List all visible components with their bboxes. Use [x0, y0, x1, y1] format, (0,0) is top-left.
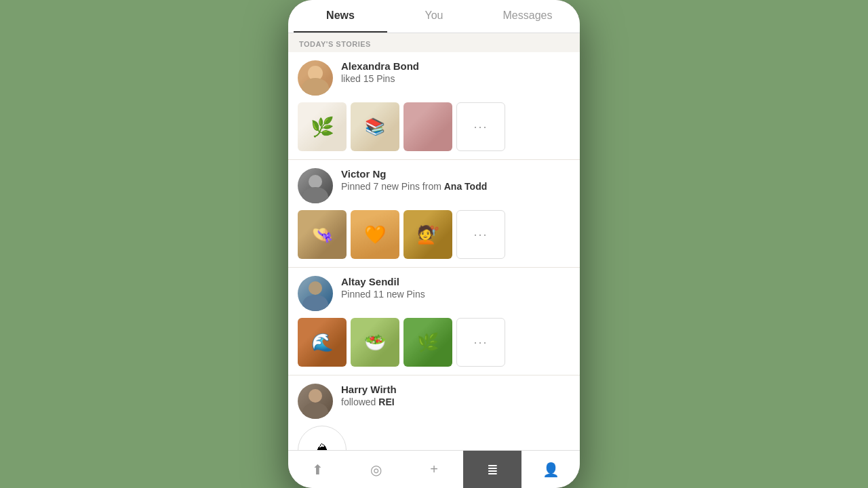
more-dots-victor: ···: [473, 228, 488, 242]
news-feed-icon: ≣: [487, 462, 498, 478]
nav-profile[interactable]: 👤: [521, 451, 580, 488]
pin-more-altay[interactable]: ···: [456, 318, 505, 367]
tab-bar: News You Messages: [288, 0, 580, 33]
bottom-nav: ⬆ ◎ + ≣ 👤: [288, 450, 580, 488]
pin-grid-victor: 👒 🧡 💇 ···: [298, 210, 570, 259]
nav-home[interactable]: ⬆: [288, 451, 347, 488]
pin-thumb-woman2[interactable]: 🧡: [351, 210, 399, 259]
tab-you-label: You: [425, 9, 443, 21]
section-header-text: TODAY'S STORIES: [299, 40, 371, 48]
story-name-altay: Altay Sendil: [341, 276, 570, 287]
story-action-text-harry: followed: [341, 396, 378, 407]
story-action-victor: Pinned 7 new Pins from Ana Todd: [341, 181, 570, 192]
story-action-altay: Pinned 11 new Pins: [341, 289, 570, 300]
rei-logo-circle[interactable]: ⛰ REI: [298, 426, 347, 450]
pin-thumb-wave[interactable]: 🌊: [298, 318, 347, 367]
story-item-altay: Altay Sendil Pinned 11 new Pins 🌊 🥗 🌿 ··…: [288, 268, 580, 375]
story-action-text-altay: Pinned 11 new Pins: [341, 289, 425, 300]
pin-thumb-hair[interactable]: 💇: [403, 210, 452, 259]
home-icon: ⬆: [312, 462, 323, 478]
story-header-altay: Altay Sendil Pinned 11 new Pins: [298, 276, 570, 311]
pin-thumb-garden[interactable]: 🌿: [403, 318, 452, 367]
story-item-victor: Victor Ng Pinned 7 new Pins from Ana Tod…: [288, 160, 580, 268]
story-item-alexandra: Alexandra Bond liked 15 Pins 🌿 📚 ···: [288, 52, 580, 160]
avatar-victor[interactable]: [298, 168, 333, 203]
tab-you[interactable]: You: [387, 0, 481, 33]
pin-thumb-salad[interactable]: 🥗: [351, 318, 399, 367]
story-text-harry: Harry Wirth followed REI: [341, 384, 570, 407]
nav-news-feed[interactable]: ≣: [463, 451, 521, 488]
story-header-alexandra: Alexandra Bond liked 15 Pins: [298, 60, 570, 96]
story-action-bold-harry: REI: [378, 396, 394, 407]
tab-news-label: News: [326, 9, 355, 21]
profile-icon: 👤: [542, 462, 559, 478]
phone-screen: News You Messages TODAY'S STORIES Alexan…: [288, 0, 580, 488]
story-name-harry: Harry Wirth: [341, 384, 570, 395]
pin-thumb-plant[interactable]: 🌿: [298, 102, 347, 151]
story-action-harry: followed REI: [341, 396, 570, 407]
story-action-bold-victor: Ana Todd: [444, 181, 488, 192]
story-text-victor: Victor Ng Pinned 7 new Pins from Ana Tod…: [341, 168, 570, 192]
story-text-alexandra: Alexandra Bond liked 15 Pins: [341, 60, 570, 84]
more-dots-alexandra: ···: [473, 120, 488, 134]
content-area: TODAY'S STORIES Alexandra Bond liked 15 …: [288, 33, 580, 450]
pin-thumb-woman1[interactable]: 👒: [298, 210, 347, 259]
story-name-alexandra: Alexandra Bond: [341, 60, 570, 72]
pin-grid-altay: 🌊 🥗 🌿 ···: [298, 318, 570, 367]
pin-more-victor[interactable]: ···: [456, 210, 505, 259]
add-icon: +: [430, 462, 438, 477]
avatar-harry[interactable]: [298, 384, 333, 419]
more-dots-altay: ···: [473, 336, 488, 350]
search-icon: ◎: [370, 462, 382, 478]
tab-messages-label: Messages: [503, 9, 553, 21]
story-action-alexandra: liked 15 Pins: [341, 73, 570, 84]
story-header-victor: Victor Ng Pinned 7 new Pins from Ana Tod…: [298, 168, 570, 203]
story-action-text-alexandra: liked 15 Pins: [341, 73, 395, 84]
pin-thumb-pink[interactable]: [403, 102, 452, 151]
phone-frame: News You Messages TODAY'S STORIES Alexan…: [288, 0, 580, 488]
avatar-alexandra[interactable]: [298, 60, 333, 96]
story-text-altay: Altay Sendil Pinned 11 new Pins: [341, 276, 570, 300]
nav-search[interactable]: ◎: [347, 451, 405, 488]
nav-add[interactable]: +: [405, 451, 463, 488]
pin-more-alexandra[interactable]: ···: [456, 102, 505, 151]
story-action-text-victor: Pinned 7 new Pins from: [341, 181, 444, 192]
avatar-altay[interactable]: [298, 276, 333, 311]
pin-thumb-book[interactable]: 📚: [351, 102, 399, 151]
story-header-harry: Harry Wirth followed REI: [298, 384, 570, 419]
pin-grid-harry: ⛰ REI: [298, 426, 570, 450]
story-item-harry: Harry Wirth followed REI ⛰ REI: [288, 375, 580, 450]
pin-grid-alexandra: 🌿 📚 ···: [298, 102, 570, 151]
tab-messages[interactable]: Messages: [481, 0, 574, 33]
story-name-victor: Victor Ng: [341, 168, 570, 180]
tab-news[interactable]: News: [294, 0, 387, 33]
rei-mountain-icon: ⛰: [317, 441, 328, 451]
section-header: TODAY'S STORIES: [288, 33, 580, 52]
